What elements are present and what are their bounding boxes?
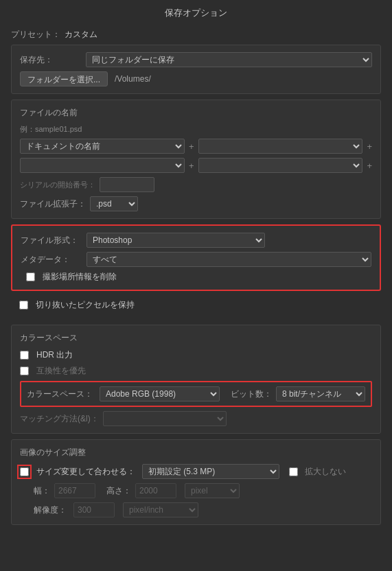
folder-path: /Volumes/ [115, 74, 151, 84]
bit-depth-select[interactable]: 8 bit/チャンネル [276, 386, 365, 401]
no-enlarge-label: 拡大しない [305, 466, 346, 478]
compat-label: 互換性を優先 [36, 365, 86, 377]
crop-pixels-label: 切り抜いたピクセルを保持 [36, 299, 135, 311]
save-destination-select[interactable]: 同じフォルダーに保存 [86, 52, 372, 67]
save-dest-label: 保存先： [20, 54, 82, 66]
no-enlarge-checkbox[interactable] [289, 467, 298, 476]
location-checkbox[interactable] [26, 272, 35, 281]
file-name-section-title: ファイルの名前 [20, 107, 372, 119]
file-name-select2[interactable] [198, 139, 363, 154]
resize-label: サイズ変更して合わせる： [36, 466, 135, 478]
location-label: 撮影場所情報を削除 [43, 271, 117, 283]
matching-label: マッチング方法(&l)： [20, 413, 99, 425]
serial-input[interactable] [100, 177, 154, 192]
resolution-label: 解像度： [34, 504, 67, 516]
plus-icon-1: + [189, 141, 194, 152]
file-name-select3[interactable] [20, 158, 185, 173]
resolution-input[interactable] [73, 502, 115, 517]
file-name-select4[interactable] [198, 158, 363, 173]
file-format-select[interactable]: Photoshop [87, 233, 265, 248]
extension-select[interactable]: .psd [90, 196, 138, 211]
hdr-label: HDR 出力 [36, 349, 73, 361]
extension-label: ファイル拡張子： [20, 198, 86, 210]
size-unit-select[interactable]: pixel [185, 483, 240, 498]
dialog-title: 保存オプション [165, 8, 227, 18]
width-input[interactable] [54, 483, 95, 498]
resize-checkbox[interactable] [20, 467, 29, 476]
choose-folder-button[interactable]: フォルダーを選択... [20, 71, 108, 86]
color-space-select[interactable]: Adobe RGB (1998) [100, 386, 220, 401]
plus-icon-2: + [367, 141, 372, 152]
image-size-title: 画像のサイズ調整 [20, 447, 372, 458]
crop-pixels-checkbox[interactable] [19, 301, 28, 310]
metadata-select[interactable]: すべて [87, 252, 371, 267]
title-bar: 保存オプション [0, 0, 392, 25]
hdr-checkbox[interactable] [20, 351, 29, 360]
resize-select[interactable]: 初期設定 (5.3 MP) [142, 464, 279, 479]
file-name-select1[interactable]: ドキュメントの名前 [20, 139, 185, 154]
metadata-label: メタデータ： [21, 254, 82, 266]
preset-label: プリセット： [11, 29, 60, 40]
preset-value: カスタム [65, 29, 97, 40]
serial-label: シリアルの開始番号： [20, 180, 95, 190]
compat-checkbox[interactable] [20, 366, 29, 375]
matching-select[interactable] [103, 411, 227, 426]
plus-icon-4: + [367, 161, 372, 171]
bit-depth-label: ビット数： [231, 388, 272, 400]
resolution-unit-select[interactable]: pixel/inch [123, 502, 198, 517]
color-space-label: カラースペース： [27, 388, 93, 400]
color-space-title: カラースペース [20, 332, 372, 344]
height-label: 高さ： [106, 485, 131, 497]
file-name-example: 例：sample01.psd [20, 124, 372, 135]
plus-icon-3: + [189, 161, 194, 171]
height-input[interactable] [135, 483, 176, 498]
width-label: 幅： [34, 485, 50, 497]
file-format-label: ファイル形式： [21, 235, 82, 246]
